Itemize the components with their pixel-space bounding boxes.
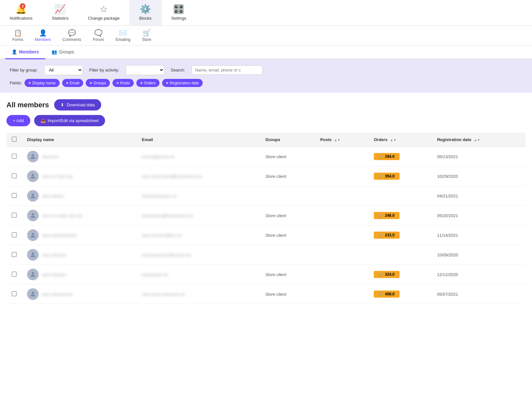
nav-notifications-label: Notifications	[10, 16, 33, 21]
field-tag-orders[interactable]: × Orders	[136, 79, 160, 87]
subnav-forum[interactable]: 🗨️ Forum	[87, 26, 110, 45]
cell-orders: 🛒 246.0	[369, 206, 432, 225]
order-badge: 🛒 408.0	[374, 291, 400, 298]
member-name: xxxx xxxxxx	[42, 194, 64, 198]
cell-registration-date: 05/13/2021	[432, 147, 526, 167]
tab-groups-label: Groups	[59, 49, 74, 54]
add-button[interactable]: + Add	[6, 115, 30, 126]
search-input[interactable]	[192, 65, 263, 75]
cell-posts	[315, 147, 369, 167]
order-badge: 🛒 294.0	[374, 153, 400, 160]
cell-email: xxxxxxxxxx.xx	[137, 265, 260, 284]
row-checkbox[interactable]	[12, 291, 17, 296]
download-data-button[interactable]: ⬇ Download data	[54, 99, 101, 110]
member-group: Store client	[265, 272, 286, 277]
cell-posts	[315, 167, 369, 186]
select-all-checkbox[interactable]	[12, 137, 17, 142]
nav-statistics[interactable]: 📈 Statistics	[42, 0, 78, 25]
tab-members[interactable]: 👤 Members	[5, 45, 45, 59]
avatar	[27, 269, 39, 280]
nav-blocks[interactable]: ⚙️ Blocks	[129, 0, 161, 25]
subnav-comments[interactable]: 💬 Comments	[57, 26, 87, 45]
svg-point-7	[32, 292, 34, 294]
member-group: Store client	[265, 213, 286, 218]
filter-group-select[interactable]: All All	[44, 65, 83, 75]
members-table: Display name Email Groups Posts ▲▼ Order…	[6, 133, 526, 304]
nav-notifications[interactable]: 🔔 2 Notifications	[0, 0, 42, 25]
field-tag-email[interactable]: × Email	[62, 79, 83, 87]
main-content: All members ⬇ Download data + Add 📤 Impo…	[0, 93, 532, 304]
col-email: Email	[137, 133, 260, 147]
cell-display-name: xxxx xxxxxxxxxxxx	[22, 225, 137, 245]
cell-orders: 🛒 324.0	[369, 265, 432, 284]
forms-icon: 📋	[14, 29, 22, 37]
filter-bar: Filter by group: All All Filter by activ…	[0, 59, 532, 93]
cell-posts	[315, 245, 369, 265]
cell-orders: 🛒 354.0	[369, 167, 432, 186]
filter-activity-select[interactable]	[126, 65, 164, 75]
table-row: xxxx xxxxxx xxxxxxxxxxxxxx.xx04/21/2021	[6, 186, 526, 206]
col-orders[interactable]: Orders ▲▼	[369, 133, 432, 147]
tab-members-label: Members	[19, 49, 39, 54]
cell-groups	[260, 186, 315, 206]
field-tag-registration-date[interactable]: × Registration date	[162, 79, 203, 87]
subnav-members[interactable]: 👤 Members	[29, 26, 57, 45]
cart-icon: 🛒	[379, 213, 383, 218]
avatar	[27, 210, 39, 221]
cell-display-name: xxxx xx xxxxx xxx xxx	[22, 206, 137, 225]
subnav-comments-label: Comments	[63, 37, 81, 42]
col-posts[interactable]: Posts ▲▼	[315, 133, 369, 147]
col-registration-date[interactable]: Registration date ▲▼	[432, 133, 526, 147]
member-name: xxxxxxxx	[42, 154, 59, 159]
col-display-name: Display name	[22, 133, 137, 147]
cell-email: xxxxxxxxxxxxx@xxxxx.xxx	[137, 245, 260, 265]
cell-registration-date: 05/20/2021	[432, 206, 526, 225]
top-navigation: 🔔 2 Notifications 📈 Statistics ☆ Change …	[0, 0, 532, 26]
member-email: xxxxxx@xxxxx.xx	[142, 154, 174, 159]
row-checkbox[interactable]	[12, 193, 17, 198]
fields-label: Fields:	[10, 81, 22, 85]
row-checkbox[interactable]	[12, 232, 17, 237]
nav-settings-label: Settings	[171, 16, 186, 21]
svg-point-3	[32, 213, 34, 215]
field-tag-groups[interactable]: × Groups	[86, 79, 110, 87]
blocks-icon: ⚙️	[140, 4, 151, 14]
cart-icon: 🛒	[379, 292, 383, 296]
nav-settings[interactable]: 🎛️ Settings	[161, 0, 196, 25]
store-icon: 🛒	[143, 29, 151, 37]
comments-icon: 💬	[68, 29, 76, 37]
cart-icon: 🛒	[379, 233, 383, 237]
cell-email: xxxx.xxxxx.xxxxxxxx.xx	[137, 284, 260, 304]
subnav-store[interactable]: 🛒 Store	[136, 26, 157, 45]
field-tag-posts[interactable]: × Posts	[112, 79, 134, 87]
tab-groups[interactable]: 👥 Groups	[45, 45, 80, 59]
member-group: Store client	[265, 233, 286, 238]
cell-email: xxxxxxxxxxxxxx.xx	[137, 186, 260, 206]
cell-display-name: xxxxxxxx	[22, 147, 137, 167]
row-checkbox[interactable]	[12, 154, 17, 159]
subnav-forms[interactable]: 📋 Forms	[6, 26, 29, 45]
tab-groups-icon: 👥	[52, 49, 57, 54]
cell-orders: 🛒 408.0	[369, 284, 432, 304]
svg-point-0	[32, 154, 34, 157]
subnav-members-label: Members	[35, 37, 51, 42]
row-checkbox[interactable]	[12, 272, 17, 277]
posts-sort-icon: ▲▼	[334, 138, 341, 142]
subnav-emailing[interactable]: ✉️ Emailing	[110, 26, 136, 45]
import-button[interactable]: 📤 Import/Edit via spreadsheet	[34, 115, 105, 126]
row-checkbox[interactable]	[12, 252, 17, 257]
field-tag-display-name[interactable]: × Display name	[24, 79, 59, 87]
member-email: xxxx.xxxxx.xxxxxxxx.xx	[142, 292, 185, 297]
download-icon: ⬇	[61, 102, 64, 107]
subnav-store-label: Store	[142, 37, 151, 42]
search-label: Search:	[171, 68, 185, 72]
avatar	[27, 249, 39, 261]
row-checkbox[interactable]	[12, 213, 17, 218]
svg-point-1	[32, 174, 34, 176]
row-checkbox[interactable]	[12, 173, 17, 178]
section-title: All members	[6, 101, 49, 109]
member-email: xxxxxxxxxx@xxxxxxxxxx.xx	[142, 213, 193, 218]
cart-icon: 🛒	[379, 174, 383, 178]
member-group: Store client	[265, 174, 286, 179]
nav-change-package[interactable]: ☆ Change package	[78, 0, 129, 25]
